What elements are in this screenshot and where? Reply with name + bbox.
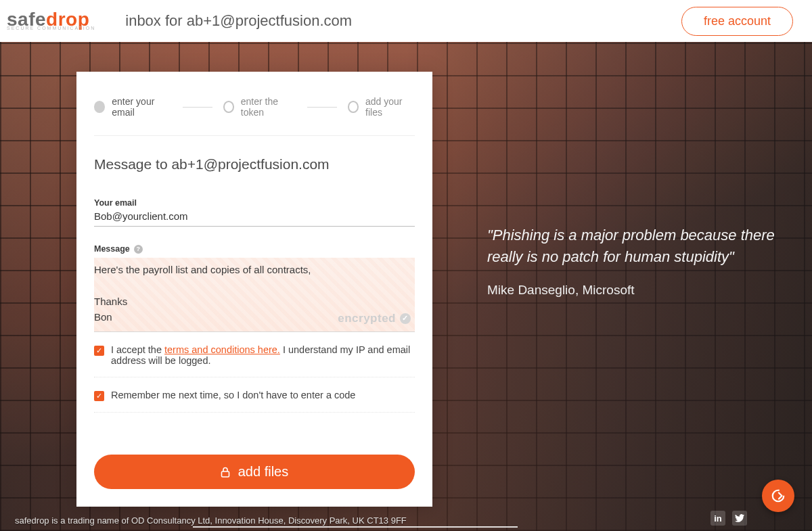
- step-indicator-icon: [223, 101, 234, 113]
- step-label: add your files: [365, 96, 415, 118]
- message-to-title: Message to ab+1@projectfusion.com: [94, 156, 415, 172]
- step-enter-email[interactable]: enter your email: [94, 96, 172, 118]
- compose-card: enter your email enter the token add you…: [76, 72, 432, 507]
- step-add-files[interactable]: add your files: [348, 96, 415, 118]
- quote-text: "Phishing is a major problem because the…: [487, 225, 785, 268]
- step-separator: [183, 107, 212, 108]
- help-icon[interactable]: ?: [134, 245, 143, 254]
- message-label: Message: [94, 244, 130, 254]
- message-line: Here's the payroll list and copies of al…: [94, 262, 409, 277]
- logo-tagline: SECURE COMMUNICATION: [7, 26, 95, 30]
- twitter-icon[interactable]: [732, 511, 747, 526]
- wizard-steps: enter your email enter the token add you…: [94, 93, 415, 136]
- arrow-circle-icon: [771, 488, 786, 503]
- email-input[interactable]: [94, 208, 415, 227]
- footer-underline: [193, 526, 518, 528]
- step-indicator-icon: [94, 101, 105, 113]
- step-enter-token[interactable]: enter the token: [223, 96, 296, 118]
- step-label: enter the token: [241, 96, 296, 118]
- remember-label: Remember me next time, so I don't have t…: [111, 390, 355, 401]
- quote-author: Mike Danseglio, Microsoft: [487, 283, 785, 298]
- lock-icon: [221, 467, 230, 478]
- step-indicator-icon: [348, 101, 359, 113]
- checkbox-terms[interactable]: ✓: [94, 346, 104, 356]
- message-field-group: Message ? Here's the payroll list and co…: [94, 244, 415, 332]
- step-separator: [307, 107, 337, 108]
- encrypted-badge: encrypted ✓: [338, 310, 411, 327]
- terms-checkbox-row: ✓ I accept the terms and conditions here…: [94, 344, 415, 377]
- header-bar: safedrop SECURE COMMUNICATION inbox for …: [0, 0, 812, 42]
- quote-block: "Phishing is a major problem because the…: [487, 225, 785, 298]
- free-account-button[interactable]: free account: [681, 7, 793, 36]
- add-files-label: add files: [238, 464, 289, 480]
- remember-checkbox-row: ✓ Remember me next time, so I don't have…: [94, 390, 415, 413]
- message-textarea[interactable]: Here's the payroll list and copies of al…: [94, 258, 415, 332]
- page-title: inbox for ab+1@projectfusion.com: [125, 12, 352, 30]
- email-label: Your email: [94, 198, 415, 208]
- social-icons: in: [710, 511, 747, 526]
- svg-rect-0: [221, 471, 229, 477]
- message-blank: [94, 277, 409, 293]
- terms-text: I accept the terms and conditions here. …: [111, 344, 415, 366]
- message-line: Thanks: [94, 294, 409, 309]
- fab-button[interactable]: [762, 480, 794, 512]
- add-files-button[interactable]: add files: [94, 455, 415, 489]
- step-label: enter your email: [112, 96, 171, 118]
- email-field-group: Your email: [94, 198, 415, 227]
- terms-link[interactable]: terms and conditions here.: [164, 344, 280, 355]
- shield-check-icon: ✓: [400, 313, 411, 324]
- logo[interactable]: safedrop SECURE COMMUNICATION: [7, 11, 95, 30]
- footer-text: safedrop is a trading name of OD Consult…: [15, 515, 407, 526]
- checkbox-remember[interactable]: ✓: [94, 391, 104, 401]
- linkedin-icon[interactable]: in: [710, 511, 725, 526]
